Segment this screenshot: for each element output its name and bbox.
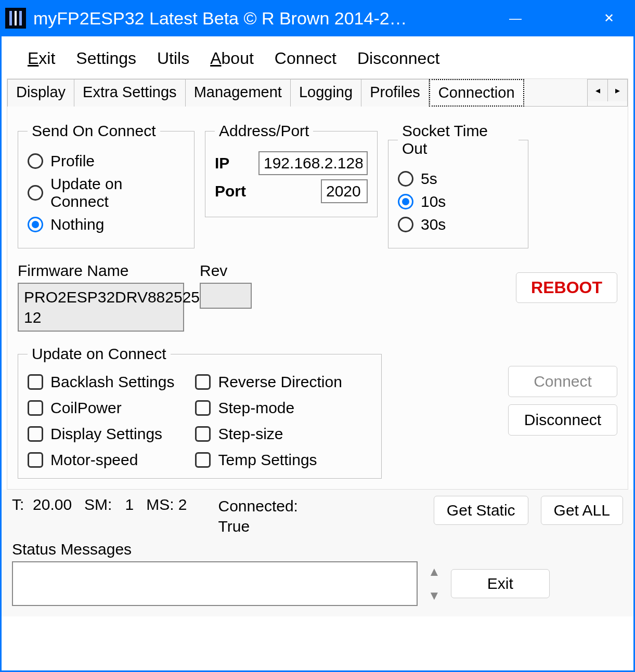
tab-display[interactable]: Display <box>7 79 74 107</box>
t-label: T: <box>12 496 24 513</box>
menu-disconnect[interactable]: Disconnect <box>347 47 450 70</box>
title-bar: myFP2ESP32 Latest Beta © R Brown 2014-2…… <box>0 0 635 36</box>
address-port-group: Address/Port IP Port <box>205 122 378 217</box>
menu-bar: Exit Settings Utils About Connect Discon… <box>2 36 633 78</box>
ip-label: IP <box>215 154 251 172</box>
menu-about[interactable]: About <box>200 47 264 70</box>
get-all-button[interactable]: Get ALL <box>541 496 623 525</box>
connected-value: True <box>218 516 298 536</box>
chk-display-label: Display Settings <box>50 425 162 443</box>
connected-label: Connected: <box>218 496 298 516</box>
chk-temp-label: Temp Settings <box>218 451 317 469</box>
sm-label: SM: <box>84 496 112 513</box>
radio-update-on-connect[interactable] <box>28 185 43 201</box>
ip-input[interactable] <box>258 151 368 175</box>
port-label: Port <box>215 182 251 200</box>
chk-reverse[interactable] <box>195 374 211 390</box>
radio-30s[interactable] <box>398 217 413 232</box>
menu-utils[interactable]: Utils <box>147 47 200 70</box>
tab-scroll-right-icon[interactable]: ▸ <box>607 80 627 101</box>
menu-exit[interactable]: Exit <box>17 47 66 70</box>
ms-value: 2 <box>178 496 187 513</box>
spin-down-icon[interactable]: ▼ <box>428 589 440 602</box>
close-button[interactable]: ✕ <box>599 8 619 29</box>
chk-display[interactable] <box>28 426 43 442</box>
app-icon <box>5 8 26 29</box>
chk-stepmode[interactable] <box>195 400 211 416</box>
radio-10s[interactable] <box>398 194 413 209</box>
tab-management[interactable]: Management <box>186 79 291 107</box>
connect-button[interactable]: Connect <box>508 366 617 397</box>
chk-motorspeed[interactable] <box>28 452 43 468</box>
chk-backlash-label: Backlash Settings <box>50 373 174 391</box>
radio-profile-label: Profile <box>50 152 95 170</box>
get-static-button[interactable]: Get Static <box>434 496 528 525</box>
status-messages-label: Status Messages <box>12 541 623 558</box>
update-on-connect-group: Update on Connect Backlash Settings Coil… <box>18 345 382 479</box>
tab-connection[interactable]: Connection <box>429 79 524 107</box>
socket-timeout-group: Socket Time Out 5s 10s 30s <box>388 122 528 248</box>
menu-settings[interactable]: Settings <box>66 47 147 70</box>
chk-stepmode-label: Step-mode <box>218 399 294 417</box>
update-on-connect-legend: Update on Connect <box>28 345 171 363</box>
ms-label: MS: <box>146 496 174 513</box>
address-port-legend: Address/Port <box>215 122 313 140</box>
radio-update-label: Update on Connect <box>50 175 185 210</box>
chk-backlash[interactable] <box>28 374 43 390</box>
radio-10s-label: 10s <box>421 193 446 210</box>
rev-field <box>200 283 252 309</box>
tab-strip: Display Extra Settings Management Loggin… <box>7 79 628 107</box>
chk-coilpower-label: CoilPower <box>50 399 122 417</box>
chk-temp[interactable] <box>195 452 211 468</box>
reboot-button[interactable]: REBOOT <box>516 272 617 303</box>
sm-value: 1 <box>125 496 134 513</box>
window-title: myFP2ESP32 Latest Beta © R Brown 2014-2… <box>33 8 505 29</box>
radio-nothing[interactable] <box>28 217 43 232</box>
menu-connect[interactable]: Connect <box>264 47 347 70</box>
status-messages-box[interactable] <box>12 561 418 606</box>
radio-30s-label: 30s <box>421 216 446 233</box>
radio-profile[interactable] <box>28 153 43 169</box>
port-input[interactable] <box>321 179 368 203</box>
radio-5s-label: 5s <box>421 170 437 188</box>
chk-motorspeed-label: Motor-speed <box>50 451 138 469</box>
chk-reverse-label: Reverse Direction <box>218 373 342 391</box>
send-on-connect-group: Send On Connect Profile Update on Connec… <box>18 122 195 248</box>
spin-up-icon[interactable]: ▲ <box>428 565 440 578</box>
disconnect-button[interactable]: Disconnect <box>508 404 617 436</box>
firmware-name-label: Firmware Name <box>18 262 184 280</box>
radio-5s[interactable] <box>398 171 413 187</box>
tab-extra-settings[interactable]: Extra Settings <box>74 79 186 107</box>
send-on-connect-legend: Send On Connect <box>28 122 160 140</box>
tab-profiles[interactable]: Profiles <box>361 79 429 107</box>
exit-button[interactable]: Exit <box>451 569 550 598</box>
firmware-name-field: PRO2ESP32DRV8825250-12 <box>18 283 184 332</box>
socket-timeout-legend: Socket Time Out <box>398 122 519 157</box>
chk-stepsize[interactable] <box>195 426 211 442</box>
chk-stepsize-label: Step-size <box>218 425 283 443</box>
rev-label: Rev <box>200 262 252 280</box>
chk-coilpower[interactable] <box>28 400 43 416</box>
maximize-button[interactable] <box>552 8 573 29</box>
t-value: 20.00 <box>33 496 72 513</box>
minimize-button[interactable]: — <box>505 8 526 29</box>
tab-scroll-left-icon[interactable]: ◂ <box>588 80 607 101</box>
tab-logging[interactable]: Logging <box>291 79 361 107</box>
radio-nothing-label: Nothing <box>50 216 104 233</box>
